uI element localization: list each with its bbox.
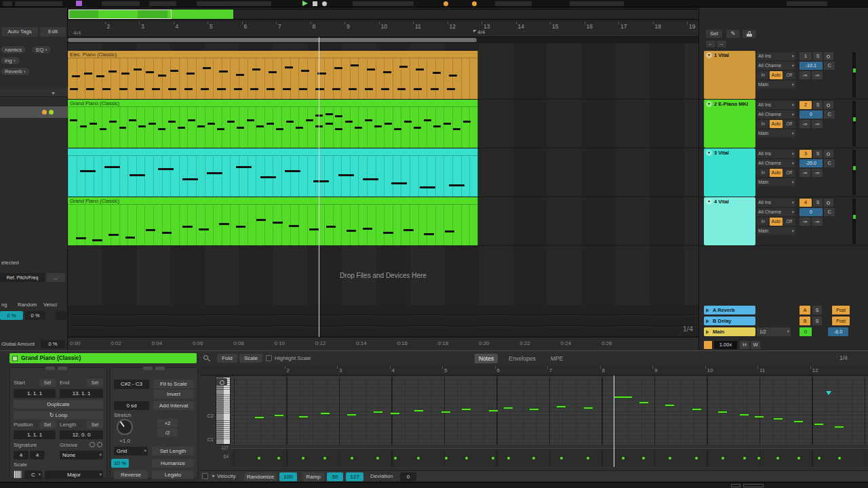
roll-note[interactable]: [414, 409, 424, 412]
input-channel-select[interactable]: All Channe▼: [757, 62, 795, 70]
roll-note[interactable]: [556, 405, 566, 408]
groove-commit-icon[interactable]: [90, 442, 95, 447]
more-options-button[interactable]: ...: [46, 273, 65, 282]
roll-note[interactable]: [298, 415, 309, 418]
unfold-track-icon[interactable]: ▾: [706, 52, 712, 58]
volume-field[interactable]: 0: [800, 110, 823, 119]
velocity-marker[interactable]: [277, 457, 280, 460]
loop-button[interactable]: ↻ Loop: [14, 411, 103, 420]
roll-note[interactable]: [773, 418, 783, 420]
monitor-in-button[interactable]: In: [757, 120, 769, 128]
follow-icon[interactable]: [704, 341, 712, 349]
velocity-marker[interactable]: [743, 457, 746, 460]
send-tag-button[interactable]: B: [800, 317, 810, 325]
pencil-icon[interactable]: ✎: [726, 30, 740, 38]
main-volume-field[interactable]: -6.0: [828, 327, 848, 336]
beat-time-ruler[interactable]: 4/4 4/4 2345678910111213141516171819: [68, 22, 698, 37]
track-activator-button[interactable]: 4: [800, 199, 812, 207]
volume-field[interactable]: -10.1: [800, 62, 823, 70]
link-toggle[interactable]: [3, 1, 12, 6]
groove-hot-swap-icon[interactable]: [97, 442, 102, 447]
panel-tab-icon[interactable]: [155, 367, 165, 370]
search-icon[interactable]: [203, 355, 208, 360]
track-lane[interactable]: Grand Piano (Classic): [68, 197, 698, 246]
randomize-button[interactable]: Randomize: [244, 472, 277, 481]
send-a-field[interactable]: -∞: [800, 120, 810, 128]
reverse-button[interactable]: Reverse: [114, 470, 148, 479]
main-name-box[interactable]: Main: [704, 327, 755, 336]
scaling-value-field[interactable]: 0 %: [0, 311, 23, 320]
tab-mpe[interactable]: MPE: [547, 354, 567, 363]
send-a-field[interactable]: -∞: [800, 218, 810, 226]
solo-button[interactable]: S: [813, 150, 823, 158]
midi-clip[interactable]: [68, 148, 478, 197]
panel-tab-icon[interactable]: [143, 367, 153, 370]
lock-icon[interactable]: [743, 30, 756, 38]
roll-note[interactable]: [665, 404, 675, 407]
humanize-button[interactable]: Humanize: [152, 459, 194, 468]
lane-mode-select[interactable]: Velocity: [217, 473, 236, 479]
roll-note[interactable]: [639, 401, 649, 404]
clip-title-bar[interactable]: Grand Piano (Classic): [9, 353, 197, 363]
velocity-marker[interactable]: [757, 457, 760, 460]
velocity-marker[interactable]: [622, 457, 625, 460]
solo-button[interactable]: S: [812, 317, 822, 325]
roll-note[interactable]: [529, 408, 539, 411]
signature-numerator-field[interactable]: 4: [14, 451, 28, 460]
roll-playhead[interactable]: [614, 375, 614, 467]
midi-clip[interactable]: Grand Piano (Classic): [68, 100, 478, 148]
loop-bar[interactable]: [68, 37, 698, 43]
random-value-field[interactable]: 0 %: [25, 311, 45, 320]
velocity-marker[interactable]: [722, 457, 724, 460]
velocity-marker[interactable]: [507, 457, 510, 460]
track-lane[interactable]: Grand Piano (Classic): [68, 100, 698, 148]
velocity-marker[interactable]: [492, 457, 494, 460]
output-select[interactable]: Main▼: [757, 227, 795, 235]
unfold-track-icon[interactable]: ▾: [706, 150, 712, 156]
send-a-field[interactable]: -∞: [800, 71, 810, 79]
browser-selected-row[interactable]: [0, 106, 68, 118]
drop-zone[interactable]: Drop Files and Devices Here: [68, 246, 698, 305]
automation-arm-icon[interactable]: [443, 1, 448, 6]
post-toggle-button[interactable]: Post: [832, 317, 850, 325]
time-signature-field[interactable]: [102, 1, 140, 6]
position-value-field[interactable]: 1. 1. 1: [14, 430, 56, 439]
return-lane-b[interactable]: [68, 316, 698, 326]
track-activator-button[interactable]: 2: [800, 101, 812, 109]
send-b-field[interactable]: -∞: [812, 71, 823, 79]
playback-speed-field[interactable]: 1.00x: [714, 341, 737, 349]
track-lane[interactable]: [68, 148, 698, 197]
fit-to-scale-button[interactable]: Fit to Scale: [153, 380, 194, 388]
roll-note[interactable]: [717, 411, 728, 413]
solo-button[interactable]: S: [813, 199, 823, 207]
send-b-field[interactable]: -∞: [812, 218, 823, 226]
start-set-button[interactable]: Set: [39, 379, 56, 386]
track-activator-button[interactable]: 3: [800, 150, 812, 158]
monitor-off-button[interactable]: Off: [783, 71, 795, 79]
zoom-width-button[interactable]: W: [751, 341, 760, 349]
input-type-select[interactable]: All Ins▼: [757, 150, 795, 158]
arm-button[interactable]: [824, 52, 833, 60]
invert-button[interactable]: Invert: [153, 390, 194, 399]
highlight-scale-checkbox[interactable]: [266, 355, 272, 361]
cue-volume-field[interactable]: 0: [800, 327, 812, 336]
browser-sort-dropdown[interactable]: ▼: [0, 87, 68, 97]
roll-note[interactable]: [441, 411, 451, 413]
grid-select[interactable]: Grid▼: [114, 447, 148, 455]
input-type-select[interactable]: All Ins▼: [757, 52, 795, 60]
velocity-marker[interactable]: [351, 457, 353, 460]
input-channel-select[interactable]: All Channe▼: [757, 208, 795, 216]
roll-note[interactable]: [390, 412, 400, 415]
velocity-marker[interactable]: [417, 457, 420, 460]
input-type-select[interactable]: All Ins▼: [757, 101, 795, 109]
filter-chip-reverb[interactable]: Reverb ›: [0, 67, 31, 76]
panel-tab-icon[interactable]: [58, 367, 67, 370]
zoom-height-button[interactable]: H: [740, 341, 749, 349]
roll-note[interactable]: [461, 408, 471, 411]
tab-notes[interactable]: Notes: [475, 354, 498, 363]
ramp-button[interactable]: Ramp: [302, 472, 324, 481]
roll-note[interactable]: [814, 423, 824, 426]
play-icon[interactable]: [302, 1, 308, 6]
monitor-off-button[interactable]: Off: [783, 218, 795, 226]
send-b-field[interactable]: -∞: [812, 169, 823, 177]
